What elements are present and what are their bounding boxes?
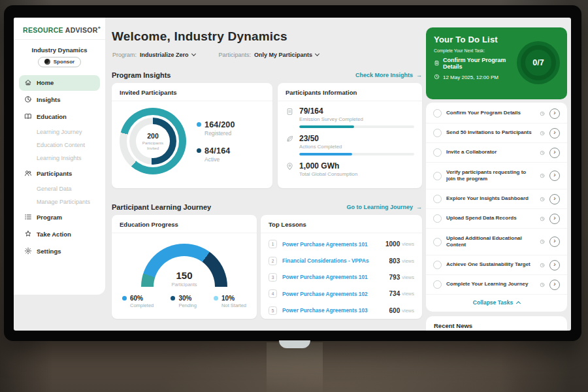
- task-expand-button[interactable]: ›: [549, 108, 560, 119]
- task-expand-button[interactable]: ›: [549, 260, 560, 270]
- lesson-views: 793: [389, 274, 400, 281]
- task-label: Explore Your Insights Dashboard: [446, 195, 535, 202]
- task-checkbox[interactable]: [433, 195, 442, 203]
- task-label: Complete Your Learning Journey: [446, 281, 535, 287]
- legend-dot: [171, 296, 175, 301]
- sidebar-item-education-content[interactable]: Education Content: [19, 139, 100, 152]
- task-expand-button[interactable]: ›: [549, 280, 560, 290]
- info-label: Total Global Consumption: [299, 171, 414, 177]
- task-checkbox[interactable]: [433, 238, 442, 246]
- task-checkbox[interactable]: [433, 261, 442, 269]
- sidebar-item-education[interactable]: Education: [19, 109, 100, 125]
- task-expand-button[interactable]: ›: [549, 128, 560, 139]
- card-title: Participants Information: [278, 83, 422, 101]
- task-row[interactable]: Verify participants requesting to join t…: [426, 163, 567, 189]
- lesson-link[interactable]: Power Purchase Agreements 101: [282, 274, 368, 280]
- todo-progress-ring: 0/7: [517, 41, 560, 84]
- lesson-views: 1000: [385, 240, 400, 248]
- logo-secondary: ADVISOR: [63, 26, 98, 34]
- lesson-link[interactable]: Power Purchase Agreements 101: [282, 241, 368, 248]
- legend-value: 30%: [178, 295, 197, 302]
- chevron-up-icon: [516, 301, 521, 306]
- task-expand-button[interactable]: ›: [549, 237, 560, 247]
- monitor-bezel: RESOURCE ADVISOR+ Industry Dynamics Spon…: [4, 5, 581, 341]
- sidebar-item-label: Take Action: [37, 231, 71, 238]
- participants-dropdown-label: Participants:: [219, 52, 252, 58]
- collapse-tasks-link[interactable]: Collapse Tasks: [426, 295, 567, 310]
- book-icon: [24, 112, 32, 122]
- todo-list-card: Confirm Your Program Details › Send 50 I…: [426, 103, 567, 312]
- sidebar-item-home[interactable]: Home: [19, 75, 100, 91]
- legend-label: Active: [204, 156, 235, 163]
- go-to-learning-journey-link[interactable]: Go to Learning Journey →: [346, 204, 422, 210]
- org-name: Industry Dynamics: [14, 46, 105, 54]
- legend-label: Completed: [130, 302, 154, 308]
- deadline-clock-icon: [540, 131, 545, 136]
- lesson-rank: 3: [269, 273, 277, 282]
- task-row[interactable]: Upload Additional Educational Content ›: [426, 229, 567, 255]
- task-checkbox[interactable]: [433, 129, 442, 137]
- sidebar-item-participants[interactable]: Participants: [19, 166, 100, 182]
- task-label: Send 50 Invitations to Participants: [446, 129, 535, 136]
- task-row[interactable]: Explore Your Insights Dashboard ›: [426, 189, 567, 209]
- task-expand-button[interactable]: ›: [549, 148, 560, 158]
- deadline-clock-icon: [540, 150, 545, 155]
- sidebar-item-label: General Data: [37, 186, 72, 192]
- task-checkbox[interactable]: [433, 148, 442, 157]
- task-checkbox[interactable]: [433, 109, 442, 118]
- task-row[interactable]: Upload Spend Data Records ›: [426, 209, 567, 229]
- task-row[interactable]: Send 50 Invitations to Participants ›: [426, 123, 567, 143]
- participants-information-card: Participants Information 79/164 Emission…: [278, 83, 422, 188]
- task-expand-button[interactable]: ›: [549, 171, 560, 181]
- task-row[interactable]: Invite a Collaborator ›: [426, 143, 567, 163]
- chevron-down-icon: [191, 52, 195, 56]
- program-dropdown[interactable]: Program: Industrialize Zero: [112, 52, 195, 58]
- lesson-rank: 1: [269, 240, 277, 248]
- education-progress-gauge: 150 Participants: [141, 244, 227, 287]
- task-expand-button[interactable]: ›: [549, 194, 560, 204]
- participants-dropdown-value: Only My Participants: [254, 52, 312, 58]
- sidebar-item-label: Learning Journey: [37, 129, 82, 135]
- gauge-center-value: 150: [141, 270, 227, 281]
- task-expand-button[interactable]: ›: [549, 214, 560, 224]
- survey-icon: [286, 106, 294, 128]
- check-more-insights-link[interactable]: Check More Insights →: [355, 72, 422, 78]
- sidebar-item-insights[interactable]: Insights: [19, 92, 100, 108]
- sidebar: RESOURCE ADVISOR+ Industry Dynamics Spon…: [14, 18, 105, 295]
- legend-item: 10% Not Started: [214, 295, 246, 308]
- legend-dot: [197, 122, 201, 127]
- views-suffix: views: [402, 274, 414, 280]
- sidebar-item-label: Education: [37, 113, 67, 120]
- task-row[interactable]: Complete Your Learning Journey ›: [426, 275, 567, 295]
- task-row[interactable]: Achieve One Sustainability Target ›: [426, 255, 567, 275]
- sidebar-item-take-action[interactable]: Take Action: [19, 227, 100, 242]
- sidebar-item-learning-journey[interactable]: Learning Journey: [19, 126, 100, 139]
- lesson-link[interactable]: Financial Considerations - VPPAs: [282, 257, 369, 264]
- todo-next-task: Confirm Your Program Details: [443, 57, 520, 70]
- sidebar-item-settings[interactable]: Settings: [19, 244, 100, 259]
- lesson-row: 1 Power Purchase Agreements 101 1000 vie…: [269, 236, 414, 252]
- sidebar-item-manage-participants[interactable]: Manage Participants: [19, 196, 100, 208]
- learning-journey-header: Participant Learning Journey Go to Learn…: [112, 203, 422, 211]
- lesson-link[interactable]: Power Purchase Agreements 103: [282, 307, 368, 314]
- info-row: 79/164 Emission Survey Completed: [286, 106, 414, 128]
- legend-item: 60% Completed: [122, 295, 154, 308]
- task-checkbox[interactable]: [433, 172, 442, 180]
- legend-item: 164/200 Registered: [197, 120, 235, 137]
- monitor-stand-neck: [267, 342, 323, 392]
- lesson-row: 4 Power Purchase Agreements 102 734 view…: [269, 286, 414, 302]
- participants-dropdown[interactable]: Participants: Only My Participants: [219, 52, 319, 58]
- task-checkbox[interactable]: [433, 214, 442, 223]
- lesson-views: 803: [389, 257, 400, 265]
- task-row[interactable]: Confirm Your Program Details ›: [426, 104, 567, 123]
- card-title: Top Lessons: [261, 215, 422, 233]
- invited-participants-donut: 200 Participants Invited: [120, 108, 186, 174]
- sidebar-item-learning-insights[interactable]: Learning Insights: [19, 152, 100, 165]
- task-checkbox[interactable]: [433, 280, 442, 289]
- sidebar-item-general-data[interactable]: General Data: [19, 183, 100, 195]
- invited-participants-card: Invited Participants 200 Participants In…: [112, 83, 272, 188]
- sidebar-item-label: Education Content: [37, 142, 85, 148]
- views-suffix: views: [402, 241, 414, 247]
- sidebar-item-program[interactable]: Program: [19, 210, 100, 225]
- lesson-link[interactable]: Power Purchase Agreements 102: [282, 291, 368, 297]
